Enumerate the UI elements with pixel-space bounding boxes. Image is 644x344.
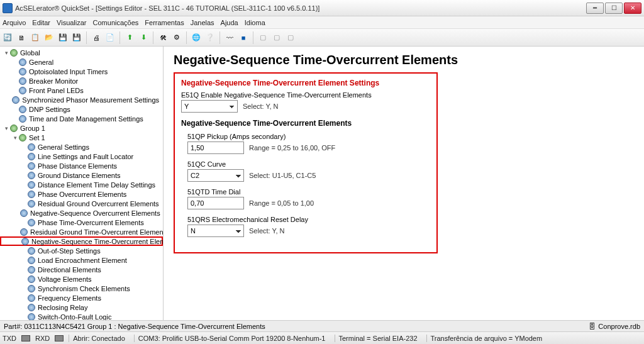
tree-item[interactable]: Distance Element Time Delay Settings <box>0 180 163 189</box>
node-icon <box>28 200 35 208</box>
menu-comunicacoes[interactable]: Comunicações <box>93 19 139 26</box>
globe-icon[interactable]: 🌐 <box>190 31 203 44</box>
menu-idioma[interactable]: Idioma <box>245 19 265 26</box>
print-icon[interactable]: 🖨 <box>90 31 103 44</box>
tree-item[interactable]: Out-of-Step Settings <box>0 246 163 255</box>
tree-item[interactable]: Negative-Sequence Overcurrent Elements <box>0 208 163 218</box>
tree-item[interactable]: Front Panel LEDs <box>0 86 163 95</box>
tree-item[interactable]: Phase Distance Elements <box>0 161 163 170</box>
page-title: Negative-Sequence Time-Overcurrent Eleme… <box>174 53 634 67</box>
e51q-select[interactable]: Y <box>181 100 238 113</box>
save-all-icon[interactable]: 💾 <box>70 31 83 44</box>
status-transfer: Transferência de arquivo = YModem <box>426 335 547 342</box>
tree-label: Phase Overcurrent Elements <box>38 191 126 198</box>
monitor-icon[interactable]: ■ <box>237 31 250 44</box>
node-icon <box>28 219 35 226</box>
expander-icon[interactable]: ▾ <box>3 50 10 56</box>
help-icon[interactable]: ❔ <box>204 31 216 44</box>
tree-label: Synchronized Phasor Measurement Settings <box>22 96 159 104</box>
rxd-led-icon <box>55 335 64 341</box>
tree-item[interactable]: Voltage Elements <box>0 274 163 284</box>
node-icon <box>28 304 35 311</box>
tree-item[interactable]: Ground Distance Elements <box>0 170 163 180</box>
expander-icon[interactable]: ▾ <box>11 135 19 141</box>
new-file-icon[interactable]: 🗎 <box>15 31 28 44</box>
menu-visualizar[interactable]: Visualizar <box>57 19 87 26</box>
upload-icon[interactable]: ⬆ <box>123 31 136 44</box>
tree-label: Frequency Elements <box>38 294 101 302</box>
51qc-select[interactable]: C2 <box>187 169 244 182</box>
tree-item[interactable]: DNP Settings <box>0 104 163 114</box>
tree-item[interactable]: General <box>0 57 163 67</box>
tree-item[interactable]: Time and Date Management Settings <box>0 114 163 123</box>
tree-label: Breaker Monitor <box>29 77 78 85</box>
tree-item[interactable]: Synchronized Phasor Measurement Settings <box>0 95 163 104</box>
wave-icon[interactable]: 〰 <box>223 31 236 44</box>
tree-item[interactable]: Reclosing Relay <box>0 302 163 312</box>
tree-label: Line Settings and Fault Locator <box>38 153 133 160</box>
tree-item[interactable]: Synchronism Check Elements <box>0 284 163 293</box>
close-button[interactable]: ✕ <box>624 3 641 14</box>
path-right: 🗄 Conprove.rdb <box>589 323 640 330</box>
51qc-label: 51QC Curve <box>187 160 430 168</box>
tree-item[interactable]: Optoisolated Input Timers <box>0 67 163 76</box>
status-terminal: Terminal = Serial EIA-232 <box>335 335 421 342</box>
toolbar-separator <box>219 31 220 44</box>
tree-item[interactable]: ▾Set 1 <box>0 133 163 142</box>
51qp-input[interactable] <box>187 141 244 154</box>
tree-item[interactable]: ▾Global <box>0 48 163 57</box>
node-icon <box>10 49 18 57</box>
nav-back-icon[interactable]: 🔄 <box>1 31 14 44</box>
51qtd-input[interactable] <box>187 197 244 209</box>
tree-label: DNP Settings <box>29 106 70 113</box>
node-icon <box>12 96 19 104</box>
menu-ferramentas[interactable]: Ferramentas <box>145 19 184 26</box>
report-icon[interactable]: 📄 <box>104 31 116 44</box>
tree-pane[interactable]: ▾GlobalGeneralOptoisolated Input TimersB… <box>0 47 164 320</box>
tree-item[interactable]: Switch-Onto-Fault Logic <box>0 312 163 320</box>
tree-item[interactable]: Frequency Elements <box>0 293 163 302</box>
node-icon <box>28 172 35 179</box>
menu-ajuda[interactable]: Ajuda <box>221 19 238 26</box>
tree-item[interactable]: ▾Group 1 <box>0 123 163 133</box>
tree-item[interactable]: Directional Elements <box>0 265 163 274</box>
tree-label: Global <box>20 49 40 57</box>
db-name: Conprove.rdb <box>598 323 640 330</box>
save-icon[interactable]: 💾 <box>57 31 69 44</box>
node-icon <box>28 313 35 321</box>
tool-b-icon[interactable]: ⚙ <box>170 31 183 44</box>
tree-item[interactable]: Phase Time-Overcurrent Elements <box>0 218 163 227</box>
download-icon[interactable]: ⬇ <box>137 31 150 44</box>
51qtd-hint: Range = 0,05 to 1,00 <box>249 199 314 207</box>
tree-item[interactable]: Negative-Sequence Time-Overcurrent Eleme… <box>0 236 163 246</box>
copy-icon[interactable]: 📋 <box>29 31 42 44</box>
expander-icon[interactable]: ▾ <box>3 125 10 131</box>
minimize-button[interactable]: ━ <box>586 3 604 14</box>
menu-arquivo[interactable]: Arquivo <box>3 19 26 26</box>
node-icon <box>19 106 26 113</box>
tree-label: Voltage Elements <box>38 275 92 283</box>
disabled-b-icon: ▢ <box>270 31 283 44</box>
tree-item[interactable]: Residual Ground Time-Overcurrent Element… <box>0 227 163 236</box>
tree-label: Distance Element Time Delay Settings <box>38 181 155 189</box>
node-icon <box>28 294 35 302</box>
tree-item[interactable]: Line Settings and Fault Locator <box>0 152 163 161</box>
tree-item[interactable]: Residual Ground Overcurrent Elements <box>0 199 163 208</box>
tool-a-icon[interactable]: 🛠 <box>157 31 169 44</box>
node-icon <box>28 162 35 170</box>
tree-item[interactable]: Breaker Monitor <box>0 76 163 86</box>
open-icon[interactable]: 📂 <box>43 31 55 44</box>
tree-item[interactable]: Load Encroachment Element <box>0 255 163 265</box>
tree-label: General Settings <box>38 143 89 151</box>
window-title: AcSELerator® QuickSet - [Settings Editor… <box>15 4 586 12</box>
51qrs-label: 51QRS Electromechanical Reset Delay <box>187 216 430 223</box>
tree-label: Phase Distance Elements <box>38 162 117 170</box>
e51q-hint: Select: Y, N <box>243 103 278 110</box>
menu-janelas[interactable]: Janelas <box>191 19 214 26</box>
maximize-button[interactable]: ☐ <box>605 3 623 14</box>
tree-item[interactable]: General Settings <box>0 142 163 152</box>
51qrs-select[interactable]: N <box>187 225 244 237</box>
menu-editar[interactable]: Editar <box>32 19 50 26</box>
51qc-hint: Select: U1-U5, C1-C5 <box>249 172 316 179</box>
tree-item[interactable]: Phase Overcurrent Elements <box>0 189 163 199</box>
